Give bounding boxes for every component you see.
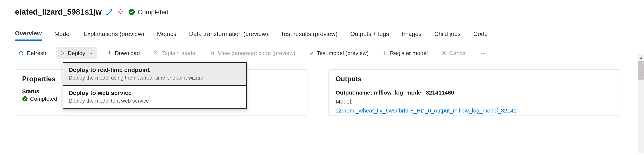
chevron-down-icon <box>89 51 93 55</box>
deploy-button[interactable]: Deploy <box>56 47 97 59</box>
deploy-option-title: Deploy to real-time endpoint <box>68 66 241 73</box>
success-check-icon <box>22 96 28 102</box>
test-model-button[interactable]: Test model (preview) <box>306 47 372 59</box>
model-link[interactable]: azureml_wheat_fly_6wsnbrfdr8_HD_0_output… <box>336 107 517 114</box>
cancel-button: Cancel <box>438 47 470 59</box>
register-model-label: Register model <box>390 50 428 56</box>
tab-code[interactable]: Code <box>474 30 488 41</box>
success-check-icon <box>128 8 135 15</box>
check-icon <box>309 50 314 56</box>
deploy-dropdown: Deploy to real-time endpointDeploy the m… <box>63 62 247 109</box>
refresh-icon <box>18 50 24 56</box>
test-model-label: Test model (preview) <box>317 50 368 56</box>
download-icon <box>107 50 112 56</box>
deploy-option-deploy-to-real-time-endpoint[interactable]: Deploy to real-time endpointDeploy the m… <box>63 63 246 86</box>
svg-point-3 <box>482 53 482 54</box>
outputs-heading: Outputs <box>336 75 614 83</box>
output-name-value: mlflow_log_model_321411460 <box>374 89 454 96</box>
explain-model-button: Explain model <box>150 47 200 59</box>
view-code-label: View generated code (preview) <box>218 50 295 56</box>
cancel-icon <box>441 50 446 56</box>
outputs-panel: Outputs Output name: mlflow_log_model_32… <box>328 69 621 116</box>
download-button[interactable]: Download <box>104 47 143 59</box>
status-value-text: Completed <box>30 96 57 102</box>
tab-bar: OverviewModelExplanations (preview)Metri… <box>15 30 644 41</box>
edit-icon[interactable] <box>106 8 113 15</box>
svg-point-5 <box>484 53 486 54</box>
hash-icon <box>210 50 215 56</box>
refresh-label: Refresh <box>26 50 46 56</box>
model-label: Model: <box>336 98 352 105</box>
ellipsis-icon <box>480 50 486 56</box>
deploy-label: Deploy <box>68 50 85 56</box>
tab-model[interactable]: Model <box>54 30 71 41</box>
explain-model-label: Explain model <box>161 50 196 56</box>
tab-data-transformation-preview[interactable]: Data transformation (preview) <box>189 30 268 41</box>
deploy-option-deploy-to-web-service[interactable]: Deploy to web serviceDeploy the model to… <box>63 86 246 108</box>
more-button[interactable] <box>477 48 490 58</box>
svg-point-4 <box>483 53 484 54</box>
outputs-body: Output name: mlflow_log_model_321411460 … <box>336 88 614 115</box>
tab-metrics[interactable]: Metrics <box>157 30 176 41</box>
tab-explanations-preview[interactable]: Explanations (preview) <box>84 30 144 41</box>
page-header: elated_lizard_5981s1jw Completed <box>15 7 644 16</box>
magnify-plus-icon <box>153 50 158 56</box>
vertical-scrollbar[interactable]: ▲ <box>638 54 644 154</box>
deploy-option-desc: Deploy the model using the new real-time… <box>68 75 241 81</box>
tab-test-results-preview[interactable]: Test results (preview) <box>281 30 338 41</box>
deploy-option-desc: Deploy the model to a web service <box>68 98 241 104</box>
plus-icon <box>382 50 387 56</box>
tab-outputs-logs[interactable]: Outputs + logs <box>350 30 389 41</box>
deploy-option-title: Deploy to web service <box>68 89 241 96</box>
tab-child-jobs[interactable]: Child jobs <box>434 30 461 41</box>
tab-images[interactable]: Images <box>402 30 422 41</box>
scrollbar-thumb[interactable] <box>638 61 644 80</box>
toolbar: Refresh Deploy Download Explain model Vi… <box>15 46 644 59</box>
scroll-up-arrow-icon[interactable]: ▲ <box>639 55 643 60</box>
download-label: Download <box>115 50 140 56</box>
status-chip: Completed <box>128 8 168 16</box>
favorite-star-icon[interactable] <box>117 8 124 15</box>
refresh-button[interactable]: Refresh <box>15 47 50 59</box>
play-icon <box>60 50 65 56</box>
tab-overview[interactable]: Overview <box>15 30 42 41</box>
register-model-button[interactable]: Register model <box>379 47 431 59</box>
output-name-label: Output name: <box>336 89 372 96</box>
view-code-button: View generated code (preview) <box>206 47 299 59</box>
cancel-label: Cancel <box>449 50 467 56</box>
status-text: Completed <box>138 8 168 16</box>
page-title: elated_lizard_5981s1jw <box>15 7 102 16</box>
